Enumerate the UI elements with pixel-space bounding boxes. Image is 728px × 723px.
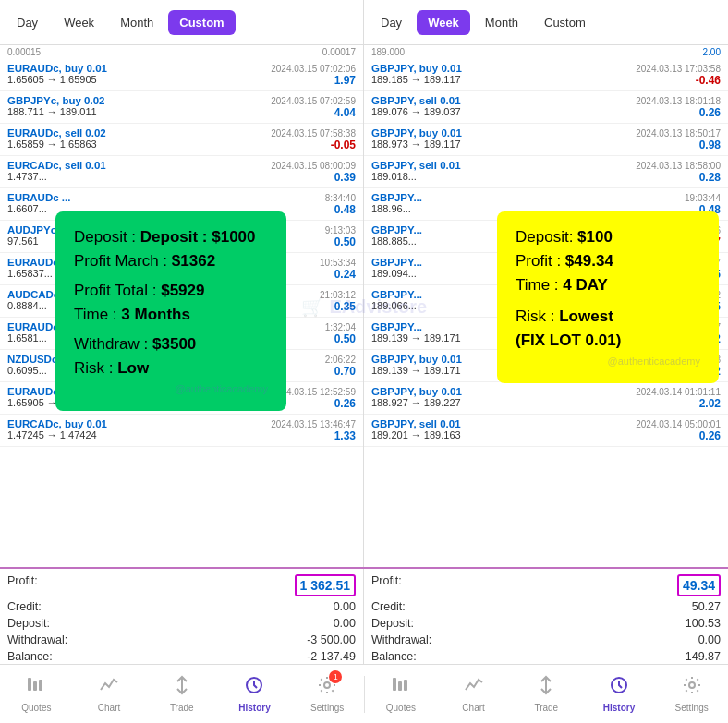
- right-summary: Profit: 49.34 Credit: 50.27 Deposit: 100…: [364, 569, 728, 664]
- profit-row: Profit: 1 362.51: [7, 572, 356, 598]
- trade-icon-right: [536, 675, 556, 701]
- nav-right-settings[interactable]: Settings: [655, 665, 728, 723]
- left-tabs: Day Week Month Custom: [0, 0, 364, 44]
- svg-rect-2: [39, 680, 42, 691]
- trade-row: GBPJPY, buy 0.01 2024.03.13 17:03:58 189…: [364, 59, 728, 91]
- withdrawal-row: Withdrawal: -3 500.00: [7, 632, 356, 648]
- nav-right-chart[interactable]: Chart: [437, 665, 510, 723]
- trade-row: GBPJPY, buy 0.01 2024.03.13 18:50:17 188…: [364, 124, 728, 156]
- left-summary: Profit: 1 362.51 Credit: 0.00 Deposit: 0…: [0, 569, 364, 664]
- tab-right-week[interactable]: Week: [417, 10, 470, 35]
- svg-rect-7: [404, 680, 407, 691]
- nav-right-history[interactable]: History: [583, 665, 656, 723]
- nav-left-chart[interactable]: Chart: [73, 665, 146, 723]
- main-container: Day Week Month Custom Day Week Month Cus…: [0, 0, 728, 723]
- tab-right-day[interactable]: Day: [370, 10, 413, 35]
- settings-icon-right: [682, 675, 702, 701]
- content-area: 0.00015 0.00017 EURAUDc, buy 0.01 2024.0…: [0, 45, 728, 567]
- tab-left-month[interactable]: Month: [109, 10, 164, 35]
- deposit-row: Deposit: 100.53: [371, 615, 721, 632]
- nav-left-trade[interactable]: Trade: [145, 665, 218, 723]
- yellow-promotion-banner: Deposit: $100 Profit : $49.34 Time : 4 D…: [497, 211, 719, 383]
- green-promotion-banner: Deposit : Deposit : $1000 Profit March :…: [55, 211, 286, 411]
- svg-rect-1: [33, 681, 37, 691]
- balance-row: Balance: 149.87: [371, 648, 721, 665]
- svg-rect-0: [28, 678, 31, 691]
- trade-row: GBPJPYc, buy 0.02 2024.03.15 07:02:59 18…: [0, 91, 363, 124]
- credit-row: Credit: 0.00: [7, 598, 356, 615]
- trade-row: EURAUDc, buy 0.01 2024.03.15 07:02:06 1.…: [0, 59, 363, 91]
- right-tabs: Day Week Month Custom: [364, 0, 728, 44]
- trade-row: EURAUDc, sell 0.02 2024.03.15 07:58:38 1…: [0, 124, 363, 156]
- trade-row: GBPJPY, sell 0.01 2024.03.13 18:01:18 18…: [364, 91, 728, 124]
- withdrawal-row: Withdrawal: 0.00: [371, 632, 721, 648]
- tab-left-week[interactable]: Week: [53, 10, 105, 35]
- tab-right-month[interactable]: Month: [474, 10, 529, 35]
- tab-left-custom[interactable]: Custom: [168, 10, 235, 35]
- chart-icon: [99, 675, 119, 701]
- balance-row: Balance: -2 137.49: [7, 648, 356, 665]
- trade-row: EURCADc, sell 0.01 2024.03.15 08:00:09 1…: [0, 156, 363, 188]
- trade-icon: [172, 675, 192, 701]
- svg-rect-5: [393, 678, 396, 691]
- tabs-row: Day Week Month Custom Day Week Month Cus…: [0, 0, 728, 45]
- tab-left-day[interactable]: Day: [6, 10, 49, 35]
- trade-row: GBPJPY, sell 0.01 2024.03.14 05:00:01 18…: [364, 415, 728, 447]
- history-icon-right: [609, 675, 629, 701]
- right-top-truncated: 189.000 2.00: [364, 45, 728, 59]
- nav-right-quotes[interactable]: Quotes: [365, 665, 438, 723]
- credit-row: Credit: 50.27: [371, 598, 721, 615]
- svg-point-9: [689, 682, 695, 688]
- deposit-row: Deposit: 0.00: [7, 615, 356, 632]
- nav-left-quotes[interactable]: Quotes: [0, 665, 73, 723]
- bottom-nav: Quotes Chart Trade History 1 Settings: [0, 664, 728, 723]
- summary-footer: Profit: 1 362.51 Credit: 0.00 Deposit: 0…: [0, 567, 728, 664]
- quotes-icon: [26, 675, 46, 701]
- trade-row: GBPJPY, sell 0.01 2024.03.13 18:58:00 18…: [364, 156, 728, 188]
- svg-point-4: [324, 682, 330, 688]
- trade-row: GBPJPY, buy 0.01 2024.03.14 01:01:11 188…: [364, 382, 728, 415]
- nav-right-trade[interactable]: Trade: [510, 665, 583, 723]
- trade-row: EURCADc, buy 0.01 2024.03.15 13:46:47 1.…: [0, 415, 363, 447]
- svg-rect-6: [398, 681, 402, 691]
- nav-left-settings[interactable]: 1 Settings: [291, 665, 364, 723]
- chart-icon-right: [464, 675, 484, 701]
- settings-badge: 1: [329, 670, 342, 683]
- nav-left-history[interactable]: History: [218, 665, 291, 723]
- tab-right-custom[interactable]: Custom: [533, 10, 597, 35]
- profit-row: Profit: 49.34: [371, 572, 721, 598]
- left-top-truncated: 0.00015 0.00017: [0, 45, 363, 59]
- quotes-icon-right: [391, 675, 411, 701]
- history-icon: [244, 675, 264, 701]
